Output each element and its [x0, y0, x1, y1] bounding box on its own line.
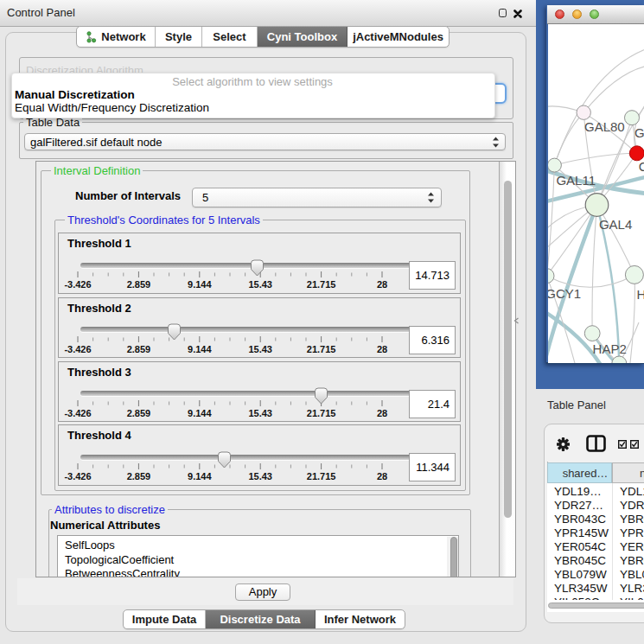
svg-text:HAP2: HAP2 [593, 341, 627, 355]
svg-text:GCY1: GCY1 [548, 285, 581, 300]
svg-text:H: H [636, 286, 644, 301]
svg-text:C: C [639, 158, 644, 173]
svg-text:GA: GA [634, 125, 644, 140]
svg-text:GAL4: GAL4 [599, 216, 632, 231]
svg-text:GAL80: GAL80 [584, 119, 625, 134]
svg-text:GAL11: GAL11 [556, 173, 596, 188]
